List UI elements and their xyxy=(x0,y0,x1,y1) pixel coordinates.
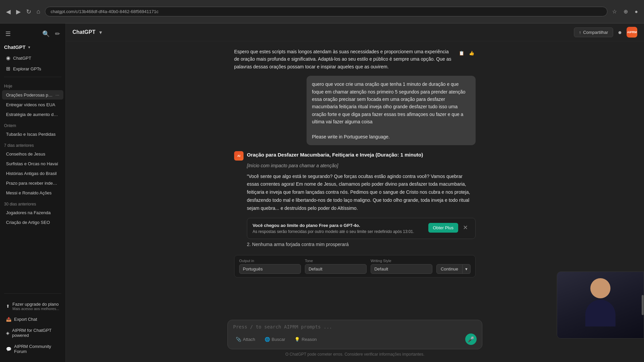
buscar-button[interactable]: 🌐 Buscar xyxy=(262,336,288,343)
header-title: ChatGPT xyxy=(72,29,95,35)
copy-btn-1[interactable]: 📋 xyxy=(458,49,466,57)
sidebar-brand-text: ChatGPT xyxy=(4,44,25,50)
section-30dias: 30 dias anteriores xyxy=(0,198,65,208)
sidebar-aiprm-button[interactable]: ◈ AIPRM for ChatGPT powered xyxy=(2,325,63,341)
tubarao-label: Tubarão e Iscas Perdidas xyxy=(6,132,59,137)
upgrade-label: Fazer upgrade do plano xyxy=(12,302,59,307)
tone-select[interactable]: Default Professional Casual xyxy=(305,264,367,274)
sidebar-item-chatgpt[interactable]: ◉ ChatGPT xyxy=(2,53,63,63)
webcam-person xyxy=(557,272,644,338)
share-button[interactable]: ↑ Compartilhar xyxy=(574,27,613,37)
attach-icon: 📎 xyxy=(236,337,241,342)
sidebar-item-messi[interactable]: Messi e Ronaldo Ações xyxy=(2,188,63,197)
explorar-icon: ⊞ xyxy=(6,66,10,72)
address-bar[interactable]: chatgpt.com/c/13b468df-df4a-40b0-8462-68… xyxy=(45,7,607,16)
chatgpt-icon: ◉ xyxy=(6,55,10,61)
writing-style-select[interactable]: Default Formal Informal xyxy=(371,264,432,274)
output-group: Output in Português English Español xyxy=(239,259,301,274)
sidebar-item-oracoes[interactable]: Orações Poderosas para Víde... ··· xyxy=(2,90,63,100)
surfistas-label: Surfistas e Orcas no Havaí xyxy=(6,161,59,166)
user-message-content: quero que voce crie uma oração que tenha… xyxy=(307,76,476,145)
message-assistant-2: AI Oração para Desfazer Macumbaria, Feit… xyxy=(234,150,476,247)
home-button[interactable]: ⌂ xyxy=(35,7,42,16)
attach-button[interactable]: 📎 Attach xyxy=(233,336,258,343)
buscar-label: Buscar xyxy=(272,337,285,342)
chat-input[interactable] xyxy=(233,324,477,329)
buscar-icon: 🌐 xyxy=(265,337,270,342)
webcam-figure xyxy=(580,278,621,332)
limit-banner-title: Você chegou ao limite do plano Free para… xyxy=(253,223,414,228)
continue-group: Continue ▾ xyxy=(436,259,471,274)
webcam-head xyxy=(590,278,610,298)
sidebar-item-jogadores[interactable]: Jogadores na Fazenda xyxy=(2,208,63,217)
sidebar-item-tubarao[interactable]: Tubarão e Iscas Perdidas xyxy=(2,130,63,139)
writing-style-label: Writing Style xyxy=(371,259,432,263)
messi-label: Messi e Ronaldo Ações xyxy=(6,190,59,195)
forum-icon: 💬 xyxy=(6,347,11,352)
continue-button[interactable]: Continue xyxy=(436,264,463,274)
tone-label: Tone xyxy=(305,259,367,263)
response-subheading: [Início com impacto para chamar a atençã… xyxy=(247,162,476,170)
sidebar-export-chat-button[interactable]: 📤 Export Chat xyxy=(2,314,63,324)
prazo-label: Prazo para receber indenizaç... xyxy=(6,181,59,186)
estrategia-label: Estratégia de aumento de pre... xyxy=(6,112,59,117)
close-banner-button[interactable]: ✕ xyxy=(461,223,470,232)
sidebar-item-entregar[interactable]: Entregar vídeos nos EUA xyxy=(2,100,63,109)
url-text: chatgpt.com/c/13b468df-df4a-40b0-8462-68… xyxy=(51,9,159,14)
sidebar-item-surfistas[interactable]: Surfistas e Orcas no Havaí xyxy=(2,159,63,168)
forward-button[interactable]: ▶ xyxy=(14,7,23,17)
sidebar-edit-button[interactable]: ✏ xyxy=(54,29,61,39)
chat-messages: Espero que estes scripts mais longos ate… xyxy=(227,48,482,280)
sidebar-item-estrategia[interactable]: Estratégia de aumento de pre... xyxy=(2,110,63,119)
send-icon: 🎤 xyxy=(468,336,474,343)
message-content-1: Espero que estes scripts mais longos ate… xyxy=(234,48,453,70)
continue-chevron-button[interactable]: ▾ xyxy=(463,264,471,274)
extensions-button[interactable]: ⊕ xyxy=(622,7,630,16)
reason-icon: 💡 xyxy=(294,337,300,342)
chatgpt-label: ChatGPT xyxy=(13,56,59,61)
thumbup-btn-1[interactable]: 👍 xyxy=(468,49,476,57)
sidebar-forum-button[interactable]: 💬 AIPRM Community Forum xyxy=(2,341,63,357)
limit-banner-text: Você chegou ao limite do plano Free para… xyxy=(253,223,414,234)
sidebar-item-prazo[interactable]: Prazo para receber indenizaç... xyxy=(2,179,63,188)
entregar-label: Entregar vídeos nos EUA xyxy=(6,102,59,107)
sidebar-menu-button[interactable]: ☰ xyxy=(4,29,12,39)
response-item: 2. Nenhuma arma forjada contra mim prosp… xyxy=(247,242,476,247)
sidebar: ☰ 🔍 ✏ ChatGPT ▾ ◉ ChatGPT ⊞ Explorar GPT… xyxy=(0,23,66,362)
continue-spacer xyxy=(436,259,471,263)
aiprm-label: AIPRM for ChatGPT powered xyxy=(12,328,59,338)
obter-plus-button[interactable]: Obter Plus xyxy=(428,223,458,233)
reason-button[interactable]: 💡 Reason xyxy=(292,336,319,343)
profile-button[interactable]: ● xyxy=(633,7,640,16)
section-ontem: Ontem xyxy=(0,119,65,129)
sidebar-upgrade-button[interactable]: ⬆ Fazer upgrade do plano Mais acesso aos… xyxy=(2,299,63,313)
profile-icon-btn[interactable]: ● xyxy=(616,27,623,38)
reason-label: Reason xyxy=(302,337,317,342)
sidebar-search-button[interactable]: 🔍 xyxy=(41,29,51,39)
back-button[interactable]: ◀ xyxy=(4,7,13,17)
header-chevron: ▾ xyxy=(99,29,102,36)
export-icon: 📤 xyxy=(6,317,11,322)
oracoes-label: Orações Poderosas para Víde... xyxy=(6,93,53,98)
browser-chrome: ◀ ▶ ↻ ⌂ chatgpt.com/c/13b468df-df4a-40b0… xyxy=(0,0,644,23)
limit-banner-actions: Obter Plus ✕ xyxy=(428,223,470,233)
oracoes-dots: ··· xyxy=(55,92,59,98)
upgrade-icon: ⬆ xyxy=(6,304,10,309)
sidebar-item-criacao[interactable]: Criação de Artigo SEO xyxy=(2,218,63,227)
export-label: Export Chat xyxy=(14,317,37,322)
sidebar-item-conselhos[interactable]: Conselhos de Jesus xyxy=(2,149,63,159)
sidebar-top: ☰ 🔍 ✏ xyxy=(0,26,65,42)
bookmark-button[interactable]: ☆ xyxy=(610,7,619,16)
conselhos-label: Conselhos de Jesus xyxy=(6,152,59,157)
send-button[interactable]: 🎤 xyxy=(465,334,477,345)
share-icon: ↑ xyxy=(579,30,581,35)
response-heading: Oração para Desfazer Macumbaria, Feitiça… xyxy=(247,150,476,159)
webcam-body xyxy=(585,300,615,326)
refresh-button[interactable]: ↻ xyxy=(24,7,33,17)
aiprm-toolbar: Output in Português English Español Tone… xyxy=(234,255,476,278)
output-select[interactable]: Português English Español xyxy=(239,264,301,274)
explorar-label: Explorar GPTs xyxy=(13,66,59,71)
sidebar-item-historias[interactable]: Histórias Antigas do Brasil xyxy=(2,169,63,178)
sidebar-brand[interactable]: ChatGPT ▾ xyxy=(0,42,65,53)
sidebar-item-explorar[interactable]: ⊞ Explorar GPTs xyxy=(2,64,63,74)
